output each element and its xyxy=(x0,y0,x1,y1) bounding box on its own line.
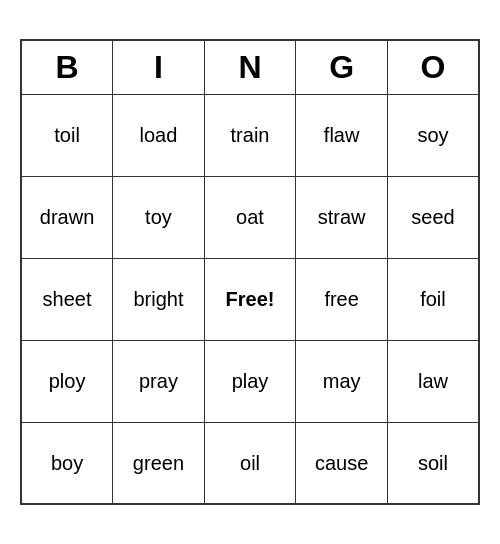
cell-4-1: green xyxy=(113,422,205,504)
bingo-card: B I N G O toilloadtrainflawsoydrawntoyoa… xyxy=(20,39,480,506)
cell-4-3: cause xyxy=(296,422,388,504)
bingo-body: toilloadtrainflawsoydrawntoyoatstrawseed… xyxy=(21,94,479,504)
header-o: O xyxy=(387,40,479,95)
cell-1-2: oat xyxy=(204,176,296,258)
header-b: B xyxy=(21,40,113,95)
cell-2-2: Free! xyxy=(204,258,296,340)
cell-4-4: soil xyxy=(387,422,479,504)
cell-1-4: seed xyxy=(387,176,479,258)
bingo-row-3: ployprayplaymaylaw xyxy=(21,340,479,422)
bingo-row-2: sheetbrightFree!freefoil xyxy=(21,258,479,340)
cell-2-1: bright xyxy=(113,258,205,340)
header-i: I xyxy=(113,40,205,95)
cell-4-0: boy xyxy=(21,422,113,504)
cell-1-1: toy xyxy=(113,176,205,258)
cell-1-0: drawn xyxy=(21,176,113,258)
cell-0-2: train xyxy=(204,94,296,176)
cell-2-4: foil xyxy=(387,258,479,340)
cell-2-0: sheet xyxy=(21,258,113,340)
cell-1-3: straw xyxy=(296,176,388,258)
bingo-header-row: B I N G O xyxy=(21,40,479,95)
bingo-row-0: toilloadtrainflawsoy xyxy=(21,94,479,176)
cell-2-3: free xyxy=(296,258,388,340)
bingo-row-1: drawntoyoatstrawseed xyxy=(21,176,479,258)
bingo-row-4: boygreenoilcausesoil xyxy=(21,422,479,504)
cell-4-2: oil xyxy=(204,422,296,504)
cell-0-3: flaw xyxy=(296,94,388,176)
cell-3-4: law xyxy=(387,340,479,422)
header-n: N xyxy=(204,40,296,95)
cell-3-2: play xyxy=(204,340,296,422)
cell-0-1: load xyxy=(113,94,205,176)
cell-0-4: soy xyxy=(387,94,479,176)
cell-3-1: pray xyxy=(113,340,205,422)
cell-0-0: toil xyxy=(21,94,113,176)
cell-3-3: may xyxy=(296,340,388,422)
cell-3-0: ploy xyxy=(21,340,113,422)
header-g: G xyxy=(296,40,388,95)
